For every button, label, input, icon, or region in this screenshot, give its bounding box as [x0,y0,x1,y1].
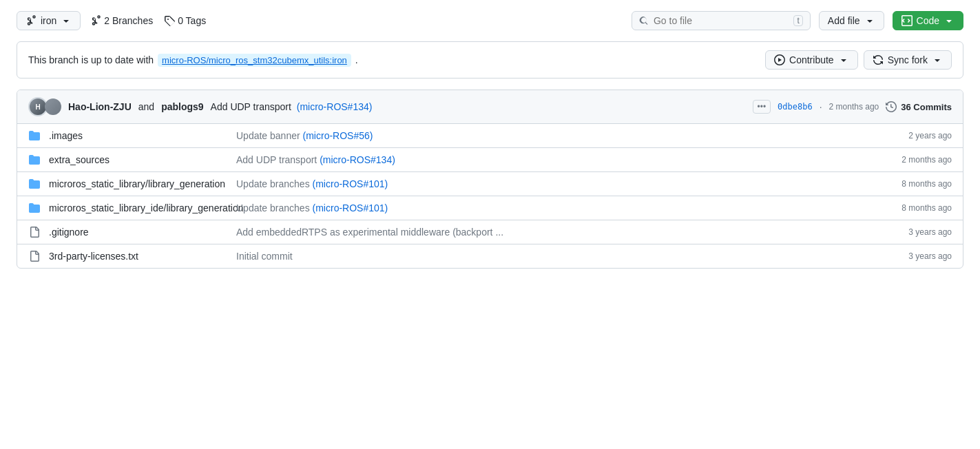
file-name: .gitignore [49,227,228,238]
chevron-down-icon [838,54,849,65]
branch-icon [25,15,37,26]
branch-name: iron [41,15,56,26]
branch-selector-button[interactable]: iron [17,11,81,30]
commit-count: 36 Commits [901,102,952,112]
file-time: 8 months ago [869,179,952,189]
branches-button[interactable]: 2 Branches [89,12,154,30]
search-input[interactable] [654,15,789,26]
contribute-icon [774,54,785,65]
search-box: t [632,11,811,30]
file-name: extra_sources [49,154,228,165]
file-time: 3 years ago [869,251,952,261]
file-table: H Hao-Lion-ZJU and pablogs9 Add UDP tran… [17,90,963,269]
file-name: .images [49,130,228,141]
file-row: 3rd-party-licenses.txtInitial commit3 ye… [17,244,963,268]
file-name: microros_static_library_ide/library_gene… [49,202,228,213]
search-shortcut: t [793,15,802,26]
tags-count: 0 Tags [178,15,206,26]
file-name: 3rd-party-licenses.txt [49,251,228,262]
file-commit-message: Initial commit [236,251,861,262]
chevron-down-icon [864,15,875,26]
branch-info-text: This branch is up to date with micro-ROS… [28,54,358,67]
branches-count: 2 Branches [104,15,153,26]
branch-status-text: This branch is up to date with [28,54,154,65]
tags-button[interactable]: 0 Tags [163,12,207,30]
file-icon [28,226,41,238]
branch-status-dot: . [355,54,358,65]
file-name-link[interactable]: microros_static_library/library_generati… [49,178,225,189]
arrow-pointer [17,146,21,174]
code-label: Code [917,15,939,26]
commit-issue-link[interactable]: (micro-ROS#56) [303,130,373,141]
file-time: 3 years ago [869,227,952,237]
author-sep: and [138,101,154,112]
commit-expand-button[interactable]: ••• [753,100,771,114]
contribute-button[interactable]: Contribute [765,50,858,70]
commit-hash[interactable]: 0dbe8b6 [778,102,813,112]
code-icon [901,15,913,26]
folder-icon [28,129,41,142]
sync-fork-label: Sync fork [888,54,928,65]
commit-message: Add UDP transport (micro-ROS#134) [211,101,746,112]
file-rows-container: .imagesUpdate banner (micro-ROS#56)2 yea… [17,124,963,268]
file-time: 8 months ago [869,203,952,213]
branches-icon [90,15,101,26]
branch-info-bar: This branch is up to date with micro-ROS… [17,41,963,79]
folder-icon [28,154,41,166]
file-name-link[interactable]: 3rd-party-licenses.txt [49,251,138,262]
code-button[interactable]: Code [893,11,963,30]
avatar-secondary [45,98,61,115]
chevron-down-icon [932,54,943,65]
file-commit-message: Add UDP transport (micro-ROS#134) [236,154,861,165]
folder-icon [28,202,41,214]
branch-info-actions: Contribute Sync fork [765,50,952,70]
sync-icon [873,54,884,65]
file-name-link[interactable]: extra_sources [49,154,110,165]
add-file-button[interactable]: Add file [819,11,884,30]
chevron-down-icon [61,15,72,26]
file-row: microros_static_library/library_generati… [17,172,963,196]
tag-icon [164,15,175,26]
search-icon [639,15,648,26]
file-icon [28,250,41,262]
contribute-label: Contribute [789,54,834,65]
folder-icon [28,178,41,190]
sync-fork-button[interactable]: Sync fork [864,50,952,70]
toolbar: iron 2 Branches 0 Tags t Add file [17,11,963,30]
commit-authors: H [28,97,61,116]
file-commit-message: Add embeddedRTPS as experimental middlew… [236,227,861,238]
commit-issue-link[interactable]: (micro-ROS#101) [313,178,388,189]
file-time: 2 months ago [869,155,952,165]
file-name-link[interactable]: .images [49,130,83,141]
file-row: .gitignoreAdd embeddedRTPS as experiment… [17,220,963,244]
chevron-down-icon [943,15,955,26]
commit-history-link[interactable]: 36 Commits [886,101,952,112]
file-commit-message: Update banner (micro-ROS#56) [236,130,861,141]
file-name-link[interactable]: microros_static_library_ide/library_gene… [49,202,243,213]
file-row: extra_sourcesAdd UDP transport (micro-RO… [17,148,963,172]
commit-time: 2 months ago [829,102,879,112]
author1-name[interactable]: Hao-Lion-ZJU [68,101,132,112]
author2-name[interactable]: pablogs9 [161,101,203,112]
commit-header-row: H Hao-Lion-ZJU and pablogs9 Add UDP tran… [17,90,963,124]
file-commit-message: Update branches (micro-ROS#101) [236,178,861,189]
file-time: 2 years ago [869,131,952,140]
add-file-label: Add file [828,15,860,26]
commit-issue-link[interactable]: (micro-ROS#134) [320,154,395,165]
file-name-link[interactable]: .gitignore [49,227,89,238]
commit-issue-link[interactable]: (micro-ROS#101) [313,202,388,213]
file-row: .imagesUpdate banner (micro-ROS#56)2 yea… [17,124,963,148]
file-commit-message: Update branches (micro-ROS#101) [236,202,861,213]
branch-ref-link[interactable]: micro-ROS/micro_ros_stm32cubemx_utils:ir… [158,54,351,67]
file-row: microros_static_library_ide/library_gene… [17,196,963,220]
file-name: microros_static_library/library_generati… [49,178,228,189]
hash-dot: · [820,101,822,112]
history-icon [886,101,897,112]
commit-pr-link[interactable]: (micro-ROS#134) [297,101,373,112]
